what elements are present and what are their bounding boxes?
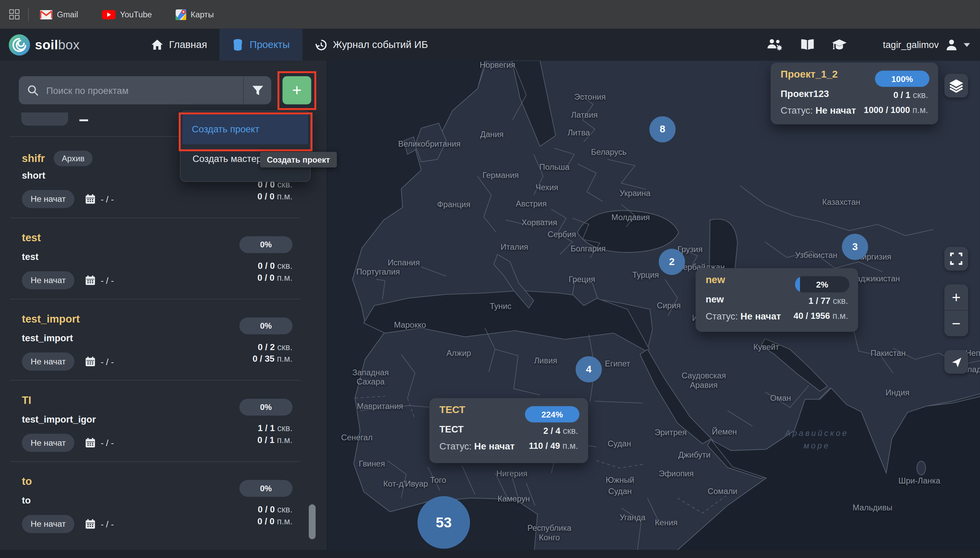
project-search[interactable] [19,76,271,105]
zoom-in-button[interactable]: + [944,284,968,310]
fullscreen-button[interactable] [944,247,968,271]
status-badge: Не начат [22,353,74,371]
map-country-label: Казахстан [822,197,860,207]
map-country-label: Ливия [534,356,557,366]
map-country-label: Испания [387,258,420,268]
map-country-label: Франция [437,200,471,209]
map-popup-project-1-2[interactable]: Проект_1_2 100% Проект123 0 / 1 скв. Ста… [771,62,938,125]
app-header: soilbox Главная Проекты Журнал событий И… [0,29,980,61]
wells-count: 0 / 1 скв. [893,90,928,100]
training-button[interactable] [831,38,847,51]
nav-journal-label: Журнал событий ИБ [333,39,428,50]
brand[interactable]: soilbox [9,34,80,55]
bookmark-gmail[interactable]: Gmail [40,10,78,19]
map-popup-test[interactable]: ТЕСТ 224% ТЕСТ 2 / 4 скв. Статус: Не нач… [429,398,588,463]
popup-project-name[interactable]: ТЕСТ [439,404,465,415]
map-country-label: Великобритания [398,139,460,149]
nav-journal[interactable]: Журнал событий ИБ [302,29,440,61]
layers-icon [949,79,964,93]
bottom-strip [0,550,980,558]
map-country-label: Кот-д'Ивуар [383,479,428,489]
nav-home[interactable]: Главная [139,29,220,61]
map-cluster-marker[interactable]: 3 [842,234,868,260]
map-country-label: Гвинея [359,459,385,469]
progress-pill: 0% [239,317,292,335]
map-country-label: Алжир [446,348,471,358]
bookmark-maps[interactable]: Карты [176,9,214,20]
username: tagir_galimov [883,39,939,50]
divider [10,299,300,299]
project-card[interactable]: to to 0% 0 / 0 скв. 0 / 0 п.м. Не начат … [0,469,327,550]
map-country-label: Мавритания [357,402,403,411]
calendar-icon [85,519,95,529]
maps-icon [176,9,186,20]
calendar-icon [85,275,95,286]
add-project-button[interactable]: + [282,76,311,105]
project-card[interactable]: TI test_import_igor 0% 1 / 1 скв. 0 / 1 … [0,387,327,469]
map-cluster-marker[interactable]: 2 [659,249,685,275]
popup-project-name[interactable]: new [706,274,725,286]
project-subtitle: test_import_igor [22,414,95,424]
map-country-label: Дания [480,130,504,139]
calendar-icon [85,194,95,204]
popup-project-name[interactable]: Проект_1_2 [781,69,838,80]
map-country-label: Судан [608,487,632,496]
user-menu[interactable]: tagir_galimov [883,38,970,51]
divider [10,461,300,462]
project-name[interactable]: to [22,476,32,488]
open-book-icon [800,39,815,51]
project-status-row: Не начат - / - [22,434,114,452]
meters-count: 0 / 0 п.м. [257,272,292,282]
project-name[interactable]: test_import [22,313,80,326]
nav-home-label: Главная [169,39,207,50]
map-cluster-marker[interactable]: 4 [576,356,602,382]
map-country-label: Мальдивы [853,503,893,512]
map-country-label: Камерун [497,494,530,504]
layers-button[interactable] [944,74,968,98]
docs-button[interactable] [800,39,815,51]
brand-name: soilbox [35,37,80,52]
map-country-label: Сомали [708,487,737,496]
map-cluster-marker[interactable]: 8 [649,117,675,143]
history-icon [315,38,327,51]
app-root: Gmail YouTube Карты soilbox Главная Прое… [0,0,980,558]
map-country-label: Судан [608,439,631,448]
search-input[interactable] [45,84,243,96]
map-country-label: Латвия [571,110,598,120]
project-status-row: Не начат - / - [22,190,114,208]
filter-button[interactable] [244,85,271,96]
project-card[interactable]: test_import test_import 0% 0 / 2 скв. 0 … [0,306,327,387]
nav-projects[interactable]: Проекты [220,29,302,61]
user-avatar-icon [945,38,958,51]
map-popup-new[interactable]: new 2% new 1 / 77 скв. Статус: Не начат … [696,268,858,332]
map-country-label: Египет [605,359,630,368]
bookmark-label: Gmail [57,10,78,19]
map-cluster-marker[interactable]: 53 [417,496,470,548]
apps-grid-icon[interactable] [10,10,20,20]
locate-button[interactable] [944,350,968,374]
wells-count: 0 / 2 скв. [258,342,292,352]
project-card[interactable]: test test 0% 0 / 0 скв. 0 / 0 п.м. Не на… [0,225,327,306]
menu-item-create-project[interactable]: Создать проект [182,114,308,144]
map-country-label: Таджикистан [851,274,900,284]
plus-icon: + [952,289,960,306]
status-line: Статус: Не начат [781,105,856,116]
map-sea-label: море [803,441,830,450]
map-sea-label: Аравийское [785,428,848,438]
project-name[interactable]: shifrАрхив [22,151,92,166]
map-country-label: Йемен [712,427,737,437]
project-name[interactable]: test [22,232,41,244]
project-dates: - / - [101,194,114,204]
map-country-label: Марокко [394,320,426,330]
divider [10,380,300,381]
truncated-card-dash [79,120,88,121]
nav-projects-label: Проекты [250,39,290,50]
sidebar-scrollbar[interactable] [309,504,315,539]
map-country-label: Сахара [356,377,384,387]
map-country-label: Италия [501,242,528,252]
map-canvas[interactable]: НорвегияЭстонияЛатвияЛитваДанияВеликобри… [327,61,980,550]
users-admin-button[interactable] [766,38,783,51]
zoom-out-button[interactable]: − [944,311,968,336]
bookmark-youtube[interactable]: YouTube [102,10,152,19]
project-name[interactable]: TI [22,394,31,407]
